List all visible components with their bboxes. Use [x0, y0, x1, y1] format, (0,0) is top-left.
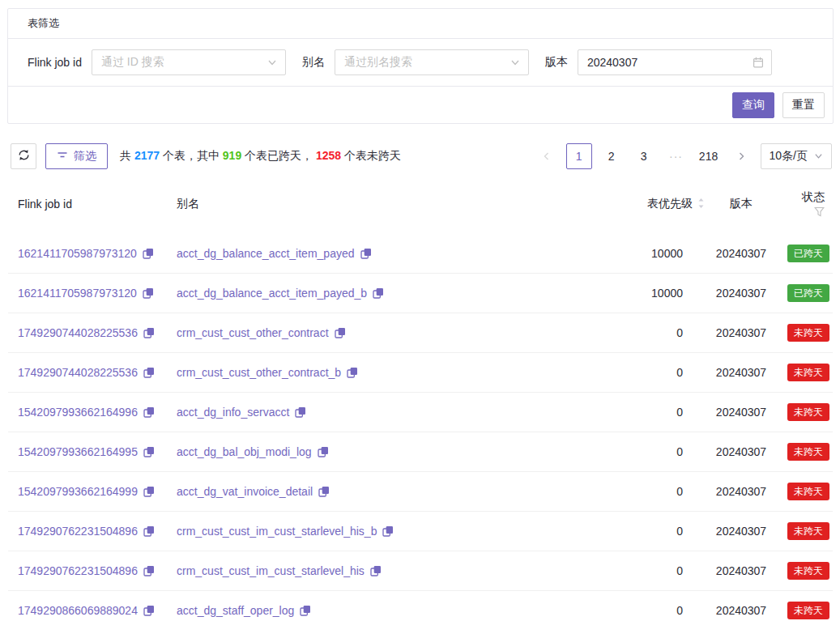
- alias-link[interactable]: acct_dg_vat_invoice_detail: [177, 485, 313, 498]
- copy-icon[interactable]: [143, 327, 155, 338]
- version-cell: 20240307: [705, 274, 778, 313]
- flink-job-id-link[interactable]: 1621411705987973120: [18, 287, 137, 300]
- flink-job-id-cell: 1621411705987973120: [8, 234, 167, 274]
- page-button-3[interactable]: 3: [631, 143, 657, 169]
- query-button[interactable]: 查询: [732, 92, 774, 118]
- flink-job-id-link[interactable]: 1542097993662164999: [18, 485, 138, 498]
- status-cell: 已跨天: [778, 274, 833, 313]
- alias-link[interactable]: crm_cust_cust_im_cust_starlevel_his: [177, 564, 365, 577]
- alias-placeholder: 通过别名搜索: [344, 55, 412, 70]
- filter-actions: 查询 重置: [8, 87, 833, 123]
- page-size-select[interactable]: 10条/页: [761, 143, 832, 169]
- copy-icon[interactable]: [143, 525, 155, 537]
- status-badge: 未跨天: [787, 562, 829, 580]
- alias-link[interactable]: acct_dg_balance_acct_item_payed: [177, 247, 355, 260]
- flink-job-id-link[interactable]: 1542097993662164995: [18, 445, 138, 458]
- version-datepicker: [578, 49, 772, 75]
- header-priority-sortable[interactable]: 表优先级: [527, 185, 705, 234]
- priority-cell: 10000: [527, 234, 705, 274]
- copy-icon[interactable]: [295, 406, 306, 418]
- page-button-last[interactable]: 218: [696, 143, 722, 169]
- priority-cell: 0: [527, 472, 705, 512]
- flink-job-id-link[interactable]: 1621411705987973120: [18, 247, 137, 260]
- table-body: 1621411705987973120 acct_dg_balance_acct…: [8, 234, 833, 621]
- version-input[interactable]: [578, 49, 772, 75]
- alias-link[interactable]: acct_dg_balance_acct_item_payed_b: [177, 287, 367, 300]
- alias-cell: acct_dg_staff_oper_log: [167, 591, 527, 621]
- copy-icon[interactable]: [143, 605, 155, 616]
- flink-job-id-link[interactable]: 1749290744028225536: [18, 366, 138, 379]
- flink-job-id-link[interactable]: 1542097993662164996: [18, 406, 138, 419]
- page-button-2[interactable]: 2: [599, 143, 625, 169]
- crossed-count: 919: [223, 149, 241, 162]
- flink-job-id-label: Flink job id: [28, 56, 82, 69]
- flink-job-id-link[interactable]: 1749290762231504896: [18, 564, 138, 577]
- funnel-filter-icon[interactable]: [814, 206, 825, 217]
- page-button-1[interactable]: 1: [566, 143, 592, 169]
- next-page-button[interactable]: [728, 143, 754, 169]
- copy-icon[interactable]: [143, 367, 155, 378]
- flink-job-id-select[interactable]: 通过 ID 搜索: [92, 49, 286, 75]
- alias-select[interactable]: 通过别名搜索: [335, 49, 529, 75]
- copy-icon[interactable]: [318, 486, 330, 497]
- flink-job-id-cell: 1749290762231504896: [8, 512, 167, 551]
- flink-job-id-link[interactable]: 1749290866069889024: [18, 604, 138, 617]
- copy-icon[interactable]: [143, 287, 154, 299]
- alias-link[interactable]: acct_dg_bal_obj_modi_log: [177, 445, 312, 458]
- reset-button[interactable]: 重置: [782, 92, 825, 118]
- status-badge: 未跨天: [787, 403, 829, 421]
- chevron-down-icon: [267, 57, 277, 67]
- copy-icon[interactable]: [143, 406, 155, 418]
- copy-icon[interactable]: [318, 446, 329, 457]
- alias-link[interactable]: crm_cust_cust_other_contract: [177, 326, 329, 339]
- header-flink-job-id: Flink job id: [8, 185, 167, 234]
- filter-card-title: 表筛选: [8, 9, 833, 39]
- copy-icon[interactable]: [143, 248, 154, 259]
- copy-icon[interactable]: [335, 327, 346, 338]
- alias-cell: acct_dg_vat_invoice_detail: [167, 472, 527, 512]
- copy-icon[interactable]: [360, 248, 372, 259]
- copy-icon[interactable]: [382, 525, 394, 537]
- alias-cell: acct_dg_info_servacct: [167, 393, 527, 432]
- alias-cell: crm_cust_cust_other_contract: [167, 313, 527, 353]
- page-ellipsis[interactable]: ···: [663, 143, 689, 169]
- status-badge: 未跨天: [787, 324, 829, 342]
- priority-cell: 0: [527, 313, 705, 353]
- flink-job-id-link[interactable]: 1749290762231504896: [18, 525, 138, 538]
- header-status: 状态: [778, 185, 833, 234]
- alias-link[interactable]: acct_dg_staff_oper_log: [177, 604, 294, 617]
- copy-icon[interactable]: [143, 446, 155, 457]
- alias-link[interactable]: crm_cust_cust_im_cust_starlevel_his_b: [177, 525, 377, 538]
- alias-link[interactable]: acct_dg_info_servacct: [177, 406, 289, 419]
- filter-button[interactable]: 筛选: [45, 143, 108, 169]
- total-count: 2177: [134, 149, 160, 162]
- status-cell: 未跨天: [778, 472, 833, 512]
- copy-icon[interactable]: [370, 565, 382, 576]
- version-cell: 20240307: [705, 472, 778, 512]
- status-cell: 未跨天: [778, 591, 833, 621]
- filter-button-label: 筛选: [74, 149, 96, 164]
- copy-icon[interactable]: [300, 605, 311, 616]
- alias-cell: acct_dg_balance_acct_item_payed: [167, 234, 527, 274]
- alias-link[interactable]: crm_cust_cust_other_contract_b: [177, 366, 341, 379]
- copy-icon[interactable]: [143, 565, 155, 576]
- status-badge: 未跨天: [787, 522, 829, 540]
- sorter-icon[interactable]: [697, 198, 705, 209]
- status-badge: 未跨天: [787, 443, 829, 461]
- status-badge: 未跨天: [787, 483, 829, 500]
- priority-cell: 10000: [527, 274, 705, 313]
- copy-icon[interactable]: [143, 486, 155, 497]
- copy-icon[interactable]: [347, 367, 358, 378]
- copy-icon[interactable]: [373, 287, 384, 299]
- prev-page-button[interactable]: [534, 143, 560, 169]
- refresh-button[interactable]: [11, 143, 36, 169]
- filter-card: 表筛选 Flink job id 通过 ID 搜索 别名 通过别名搜索 版本: [7, 8, 834, 124]
- table-row: 1749290762231504896 crm_cust_cust_im_cus…: [8, 512, 833, 551]
- status-cell: 未跨天: [778, 512, 833, 551]
- alias-label: 别名: [302, 55, 325, 70]
- version-cell: 20240307: [705, 234, 778, 274]
- priority-cell: 0: [527, 512, 705, 551]
- calendar-icon[interactable]: [753, 57, 764, 68]
- flink-job-id-cell: 1749290866069889024: [8, 591, 167, 621]
- flink-job-id-link[interactable]: 1749290744028225536: [18, 326, 138, 339]
